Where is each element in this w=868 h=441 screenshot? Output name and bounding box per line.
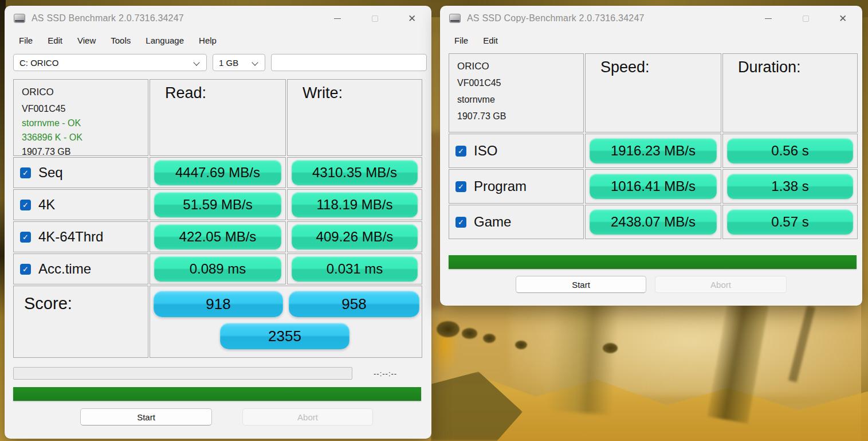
menu-tools[interactable]: Tools	[103, 36, 138, 45]
menu-help[interactable]: Help	[191, 36, 224, 45]
write-column-header: Write:	[287, 79, 422, 156]
window-controls: ✕	[327, 10, 423, 27]
overall-progress-bar	[449, 255, 857, 269]
result-value: 4447.69 MB/s	[154, 160, 281, 185]
check-icon: ✓	[22, 233, 29, 241]
close-button[interactable]: ✕	[401, 10, 423, 27]
result-value: 4310.35 MB/s	[292, 160, 418, 185]
menu-language[interactable]: Language	[138, 36, 191, 45]
test-size-select[interactable]: 1 GB	[213, 54, 265, 71]
game-checkbox[interactable]: ✓	[455, 217, 466, 228]
wallpaper-stone	[510, 295, 868, 396]
program-speed-cell: 1016.41 MB/s	[585, 169, 721, 204]
drive-model: ORICO	[457, 61, 583, 72]
minimize-icon	[334, 18, 341, 19]
check-icon: ✓	[22, 169, 29, 177]
row-game: ✓ Game	[449, 205, 584, 239]
game-duration-cell: 0.57 s	[722, 205, 858, 239]
driver-name: stornvme	[457, 95, 583, 105]
drive-select[interactable]: C: ORICO	[13, 54, 207, 71]
copy-benchmark-window: AS SSD Copy-Benchmark 2.0.7316.34247 ✕ F…	[440, 6, 862, 306]
score-read: 918	[154, 291, 283, 317]
wallpaper-hole	[603, 343, 618, 353]
menu-edit[interactable]: Edit	[40, 36, 70, 45]
result-value: 1016.41 MB/s	[590, 174, 717, 199]
chevron-down-icon	[193, 59, 199, 65]
close-icon: ✕	[839, 14, 847, 24]
check-icon: ✓	[22, 266, 29, 273]
row-seq: ✓ Seq	[13, 157, 148, 188]
result-value: 118.19 MB/s	[292, 192, 418, 217]
score-total: 2355	[220, 323, 349, 349]
program-duration-cell: 1.38 s	[722, 169, 858, 204]
drive-firmware: VF001C45	[457, 78, 583, 88]
4k64thrd-checkbox[interactable]: ✓	[20, 232, 31, 243]
start-button[interactable]: Start	[80, 408, 212, 426]
window-title: AS SSD Copy-Benchmark 2.0.7316.34247	[467, 13, 645, 24]
4k-write-cell: 118.19 MB/s	[287, 189, 422, 220]
title-bar: AS SSD Copy-Benchmark 2.0.7316.34247 ✕	[440, 6, 862, 31]
copy-benchmark-table: ORICO VF001C45 stornvme 1907.73 GB Speed…	[449, 53, 858, 239]
window-controls: ✕	[757, 10, 854, 27]
menu-bar: File Edit View Tools Language Help	[5, 31, 431, 49]
4k64thrd-read-cell: 422.05 MB/s	[150, 221, 286, 252]
benchmark-window: AS SSD Benchmark 2.0.7316.34247 ✕ File E…	[5, 6, 431, 439]
menu-edit[interactable]: Edit	[476, 36, 505, 45]
close-button[interactable]: ✕	[832, 10, 854, 27]
iso-duration-cell: 0.56 s	[722, 134, 858, 168]
wallpaper-hole	[515, 341, 527, 349]
abort-button[interactable]: Abort	[242, 408, 373, 426]
maximize-button[interactable]	[364, 10, 386, 27]
read-column-header: Read:	[150, 79, 286, 156]
iso-checkbox[interactable]: ✓	[455, 146, 466, 157]
menu-file[interactable]: File	[11, 36, 40, 45]
acctime-checkbox[interactable]: ✓	[20, 264, 31, 275]
acctime-read-cell: 0.089 ms	[150, 253, 286, 284]
test-size-value: 1 GB	[219, 58, 238, 68]
result-value: 0.089 ms	[154, 256, 281, 282]
wallpaper-hole	[483, 334, 496, 343]
check-icon: ✓	[458, 147, 464, 155]
4k-checkbox[interactable]: ✓	[20, 200, 31, 210]
row-program: ✓ Program	[449, 169, 584, 204]
row-4k64thrd: ✓ 4K-64Thrd	[13, 221, 148, 252]
row-acctime: ✓ Acc.time	[13, 253, 148, 284]
benchmark-table: ORICO VF001C45 stornvme - OK 336896 K - …	[13, 79, 422, 358]
app-icon	[449, 14, 461, 23]
score-write: 958	[289, 291, 419, 317]
4k64thrd-write-cell: 409.26 MB/s	[287, 221, 422, 252]
speed-column-header: Speed:	[585, 53, 721, 132]
result-value: 0.031 ms	[292, 256, 418, 282]
drive-info-panel: ORICO VF001C45 stornvme 1907.73 GB	[449, 53, 584, 132]
seq-read-cell: 4447.69 MB/s	[150, 157, 286, 188]
seq-checkbox[interactable]: ✓	[20, 167, 31, 178]
drive-select-value: C: ORICO	[19, 58, 58, 68]
result-value: 0.56 s	[727, 138, 853, 163]
menu-view[interactable]: View	[70, 36, 103, 45]
program-checkbox[interactable]: ✓	[455, 181, 466, 192]
offset-status: 336896 K - OK	[22, 132, 148, 143]
minimize-button[interactable]	[327, 10, 348, 27]
iso-speed-cell: 1916.23 MB/s	[585, 134, 721, 168]
acctime-write-cell: 0.031 ms	[287, 253, 422, 284]
result-value: 2438.07 MB/s	[590, 209, 717, 235]
wallpaper-stone	[788, 305, 815, 383]
score-label: Score:	[13, 286, 148, 358]
game-speed-cell: 2438.07 MB/s	[585, 205, 721, 239]
drive-info-panel: ORICO VF001C45 stornvme - OK 336896 K - …	[13, 79, 148, 156]
maximize-button[interactable]	[795, 10, 816, 27]
drive-capacity: 1907.73 GB	[457, 111, 583, 122]
start-button[interactable]: Start	[516, 276, 646, 293]
minimize-button[interactable]	[757, 10, 779, 27]
abort-button[interactable]: Abort	[655, 276, 787, 293]
driver-status: stornvme - OK	[22, 118, 148, 128]
check-icon: ✓	[458, 218, 464, 226]
menu-bar: File Edit	[440, 31, 862, 49]
wallpaper-stone	[431, 356, 868, 441]
4k-read-cell: 51.59 MB/s	[150, 189, 286, 220]
overall-progress-bar	[13, 387, 421, 401]
result-text-field[interactable]	[271, 54, 427, 71]
check-icon: ✓	[458, 183, 464, 190]
result-value: 409.26 MB/s	[292, 224, 418, 249]
menu-file[interactable]: File	[447, 36, 476, 45]
